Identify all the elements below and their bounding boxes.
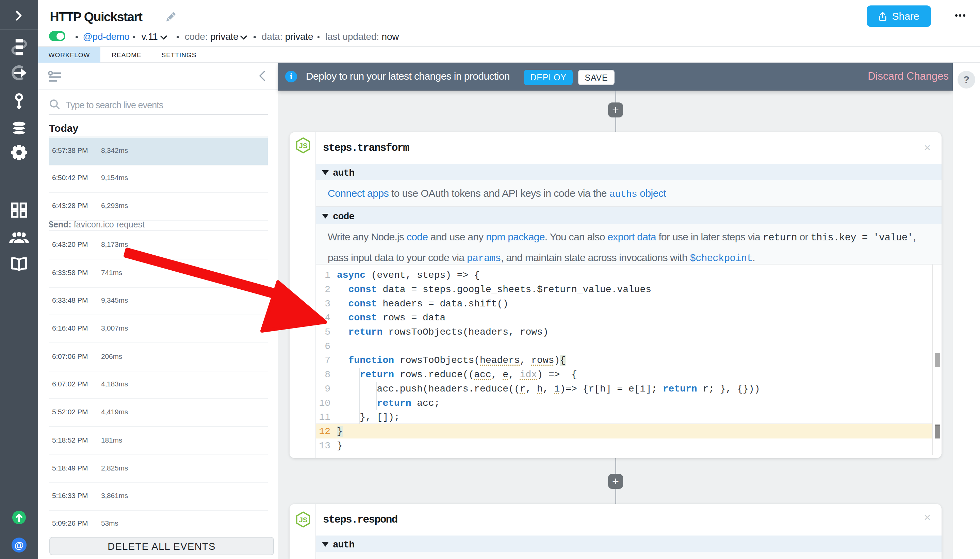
svg-text:JS: JS [299,516,308,524]
svg-text:@: @ [14,540,23,551]
svg-text:JS: JS [299,142,308,149]
